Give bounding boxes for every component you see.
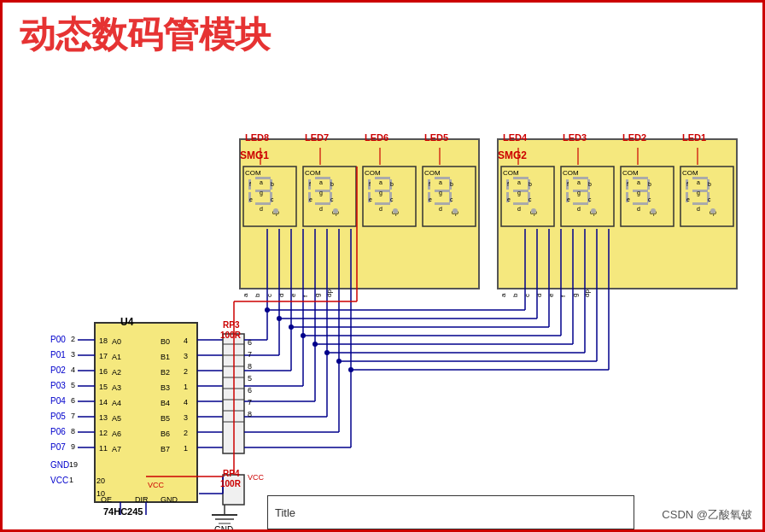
- svg-text:dp: dp: [590, 209, 597, 216]
- svg-text:c: c: [648, 196, 651, 202]
- led1-label: LED1: [682, 132, 706, 143]
- svg-rect-110: [573, 202, 588, 205]
- svg-text:d: d: [697, 206, 700, 212]
- watermark: CSDN @乙酸氧铍: [662, 507, 752, 523]
- svg-rect-91: [506, 192, 509, 202]
- smg1-label: SMG1: [240, 149, 269, 161]
- svg-text:e: e: [249, 196, 253, 202]
- svg-rect-40: [308, 192, 311, 202]
- svg-rect-57: [368, 192, 371, 202]
- svg-text:b: b: [511, 293, 519, 297]
- svg-rect-0: [240, 139, 479, 289]
- svg-text:e: e: [507, 196, 511, 202]
- svg-rect-143: [707, 192, 710, 202]
- svg-text:f: f: [627, 181, 628, 187]
- rp4-value: 100R: [220, 479, 241, 488]
- svg-text:e: e: [309, 196, 312, 202]
- svg-text:f: f: [429, 181, 430, 187]
- svg-text:d: d: [260, 206, 263, 212]
- a2-label: A2: [112, 368, 121, 377]
- svg-rect-10: [243, 167, 296, 226]
- svg-point-235: [312, 342, 318, 347]
- vcc-rp4: VCC: [248, 473, 264, 482]
- svg-rect-23: [248, 192, 251, 202]
- svg-text:e: e: [627, 196, 630, 202]
- pin10-label: 10: [96, 489, 105, 498]
- p06-label: P06: [50, 427, 66, 436]
- svg-text:d: d: [439, 206, 442, 212]
- svg-rect-21: [270, 179, 272, 190]
- svg-text:dp: dp: [325, 289, 333, 297]
- svg-text:a: a: [242, 293, 249, 297]
- svg-text:b: b: [648, 181, 651, 187]
- svg-text:c: c: [271, 196, 274, 202]
- svg-rect-16: [621, 167, 674, 226]
- svg-text:f: f: [301, 295, 309, 297]
- svg-text:dp: dp: [452, 209, 458, 216]
- svg-point-226: [277, 316, 282, 321]
- led4-label: LED4: [503, 132, 527, 143]
- svg-text:c: c: [588, 196, 592, 202]
- svg-text:dp: dp: [392, 209, 399, 216]
- vcc-label: VCC: [50, 476, 68, 485]
- svg-rect-11: [303, 167, 356, 226]
- svg-text:COM: COM: [365, 169, 381, 177]
- svg-rect-124: [633, 190, 648, 192]
- svg-rect-19: [255, 177, 271, 179]
- svg-text:e: e: [686, 196, 690, 202]
- svg-point-153: [710, 208, 715, 213]
- led8-label: LED8: [245, 132, 269, 143]
- svg-rect-25: [255, 202, 271, 205]
- svg-text:g: g: [637, 190, 640, 196]
- gnd-label: GND: [50, 460, 69, 470]
- svg-point-68: [393, 208, 398, 213]
- svg-text:b: b: [708, 181, 711, 187]
- a1-label: A1: [112, 353, 121, 361]
- svg-point-34: [273, 208, 278, 213]
- svg-rect-71: [428, 179, 430, 190]
- svg-text:COM: COM: [424, 169, 441, 177]
- svg-point-119: [591, 208, 596, 213]
- svg-text:c: c: [523, 294, 531, 297]
- svg-point-244: [348, 367, 353, 372]
- svg-text:2: 2: [184, 429, 188, 437]
- svg-rect-72: [449, 179, 452, 190]
- svg-text:c: c: [390, 196, 394, 202]
- svg-rect-36: [315, 177, 330, 179]
- rp3-r5: 6: [248, 386, 252, 395]
- svg-rect-14: [501, 167, 554, 226]
- svg-point-238: [324, 350, 330, 355]
- svg-text:d: d: [379, 206, 382, 212]
- svg-text:f: f: [249, 181, 251, 187]
- svg-text:f: f: [309, 181, 311, 187]
- svg-text:g: g: [313, 294, 321, 297]
- vcc-pin: 1: [69, 476, 73, 484]
- title-box: Title: [267, 495, 634, 529]
- b3-label: B3: [161, 383, 170, 392]
- svg-rect-38: [330, 179, 332, 190]
- p01-num: 3: [71, 350, 75, 359]
- svg-rect-58: [389, 192, 392, 202]
- p06-num: 8: [71, 427, 75, 436]
- rp3-r4: 5: [248, 374, 252, 383]
- svg-text:COM: COM: [503, 169, 519, 177]
- svg-rect-13: [423, 167, 476, 226]
- svg-rect-1: [498, 139, 737, 289]
- svg-text:COM: COM: [682, 169, 698, 177]
- svg-point-232: [301, 333, 306, 338]
- b5-label: B5: [161, 414, 170, 423]
- svg-rect-54: [368, 179, 371, 190]
- dir-label: DIR: [135, 495, 149, 504]
- svg-text:g: g: [571, 294, 579, 297]
- p03-num: 5: [71, 381, 75, 389]
- svg-text:1: 1: [184, 444, 188, 453]
- svg-text:a: a: [319, 179, 323, 185]
- svg-rect-144: [692, 202, 708, 205]
- svg-rect-55: [389, 179, 392, 190]
- a4-label: A4: [112, 399, 121, 407]
- svg-text:e: e: [289, 293, 297, 297]
- ic-name: 74HC245: [103, 506, 143, 517]
- svg-rect-187: [223, 334, 244, 453]
- svg-point-136: [651, 208, 656, 213]
- p00-label: P00: [50, 335, 66, 344]
